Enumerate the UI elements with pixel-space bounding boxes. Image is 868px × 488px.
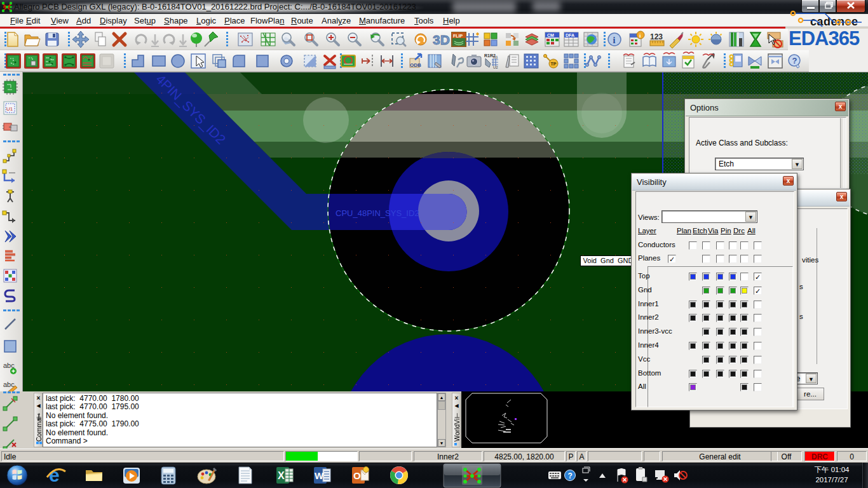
svg-text:W: W: [315, 470, 324, 481]
svg-text:O: O: [353, 470, 361, 481]
svg-text:?: ?: [568, 471, 573, 480]
svg-text:cadence: cadence: [810, 15, 858, 27]
svg-text:e: e: [49, 464, 60, 485]
svg-text:U2: U2: [493, 65, 498, 69]
svg-text:CPU_48PIN_SYS_ID2: CPU_48PIN_SYS_ID2: [336, 208, 419, 218]
svg-text:FLIP: FLIP: [453, 34, 463, 38]
svg-text:3D: 3D: [433, 32, 450, 47]
svg-text:123: 123: [650, 32, 663, 41]
svg-text:ODB: ODB: [410, 62, 421, 68]
svg-text:i: i: [613, 36, 616, 45]
svg-text:DFA: DFA: [566, 33, 574, 37]
svg-text:TP: TP: [551, 62, 557, 66]
svg-text:abc: abc: [3, 381, 15, 388]
svg-text:CM: CM: [547, 33, 554, 37]
svg-text:U1: U1: [493, 55, 498, 59]
svg-text:X: X: [278, 470, 285, 481]
svg-text:?: ?: [792, 56, 797, 65]
svg-text:U1: U1: [6, 106, 13, 112]
